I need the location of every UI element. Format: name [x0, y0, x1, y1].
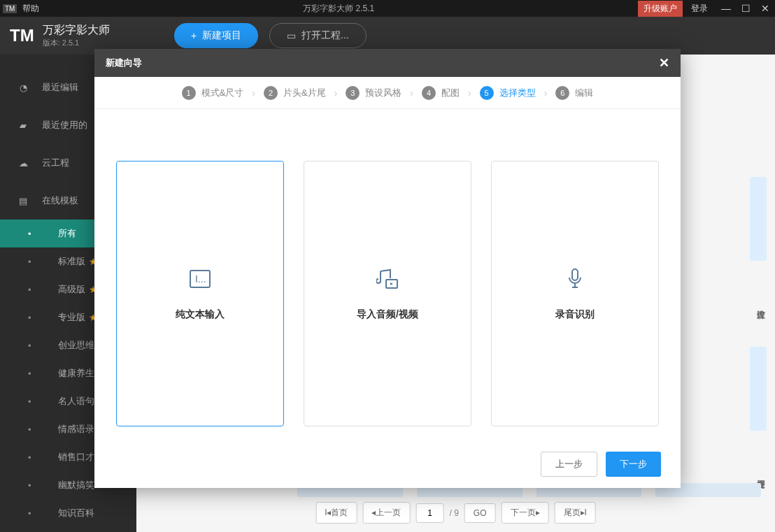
wizard-steps: 1模式&尺寸 › 2片头&片尾 › 3预设风格 › 4配图 › 5选择类型 › … [94, 77, 681, 109]
step-2[interactable]: 2片头&片尾 [264, 86, 326, 100]
type-card-record[interactable]: 录音识别 [491, 161, 659, 426]
app-name: 万彩字影大师 [43, 23, 110, 38]
tm-badge: TM [3, 4, 17, 13]
last-page-button[interactable]: 尾页▸I [555, 502, 596, 524]
step-5[interactable]: 5选择类型 [480, 86, 536, 100]
plus-icon: + [191, 30, 197, 41]
step-1[interactable]: 1模式&尺寸 [182, 86, 244, 100]
microphone-icon [562, 266, 588, 292]
login-button[interactable]: 登录 [685, 3, 713, 15]
svg-text:I...: I... [195, 273, 206, 285]
svg-rect-3 [572, 269, 578, 280]
maximize-icon[interactable]: ☐ [736, 0, 755, 17]
music-video-icon [375, 266, 400, 292]
pagination: I◂首页 ◂上一页 / 9 GO 下一页▸ 尾页▸I [315, 502, 596, 524]
text-input-icon: I... [187, 266, 213, 292]
step-3[interactable]: 3预设风格 [346, 86, 401, 100]
window-title: 万彩字影大师 2.5.1 [39, 3, 638, 15]
template-card[interactable] [750, 177, 767, 261]
open-project-button[interactable]: ▭ 打开工程... [269, 23, 367, 48]
check-icon: ▰ [17, 119, 29, 131]
type-label: 导入音频/视频 [357, 308, 418, 321]
next-page-button[interactable]: 下一页▸ [502, 502, 549, 524]
first-page-button[interactable]: I◂首页 [315, 502, 357, 524]
chevron-right-icon: › [248, 87, 259, 99]
chevron-right-icon: › [406, 87, 418, 99]
step-6[interactable]: 6编辑 [555, 86, 593, 100]
cloud-icon: ☁ [17, 157, 29, 169]
chevron-right-icon: › [540, 87, 552, 99]
minimize-icon[interactable]: — [716, 0, 736, 17]
app-version: 版本: 2.5.1 [43, 38, 110, 48]
prev-page-button[interactable]: ◂上一页 [362, 502, 410, 524]
type-card-import[interactable]: 导入音频/视频 [304, 161, 471, 426]
modal-close-icon[interactable]: ✕ [659, 55, 669, 71]
logo-icon: TM [10, 26, 34, 45]
template-hint: 方控建议 [750, 301, 767, 306]
go-button[interactable]: GO [464, 503, 496, 523]
sidebar-item-knowledge[interactable]: 知识百科 [0, 499, 136, 527]
template-icon: ▤ [17, 194, 29, 207]
type-label: 录音识别 [555, 308, 595, 321]
step-4[interactable]: 4配图 [422, 86, 460, 100]
chevron-right-icon: › [464, 87, 476, 99]
close-icon[interactable]: ✕ [755, 0, 775, 17]
next-step-button[interactable]: 下一步 [606, 452, 661, 477]
help-menu[interactable]: 帮助 [22, 3, 39, 15]
modal-title: 新建向导 [106, 57, 142, 69]
new-project-button[interactable]: + 新建项目 [174, 23, 258, 48]
upgrade-account-button[interactable]: 升级账户 [638, 1, 683, 17]
page-input[interactable] [415, 503, 443, 523]
prev-step-button[interactable]: 上一步 [541, 452, 597, 477]
folder-icon: ▭ [287, 30, 296, 41]
new-wizard-modal: 新建向导 ✕ 1模式&尺寸 › 2片头&片尾 › 3预设风格 › 4配图 › 5… [94, 49, 681, 488]
type-card-text[interactable]: I... 纯文本输入 [116, 161, 284, 426]
clock-icon: ◔ [17, 81, 29, 94]
titlebar: TM 帮助 万彩字影大师 2.5.1 升级账户 登录 — ☐ ✕ [0, 0, 775, 17]
template-hint: 在变得更好 [750, 470, 767, 476]
template-card[interactable] [750, 347, 767, 431]
chevron-right-icon: › [330, 87, 342, 99]
page-total: / 9 [449, 508, 458, 518]
type-label: 纯文本输入 [176, 308, 225, 321]
